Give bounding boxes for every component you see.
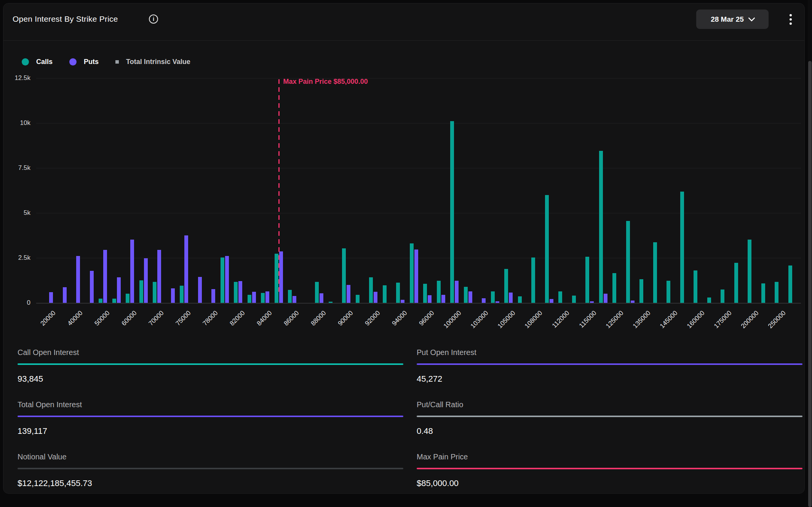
bar-put[interactable]: [374, 292, 377, 303]
bar-call[interactable]: [612, 273, 616, 303]
bar-put[interactable]: [265, 291, 269, 303]
bar-call[interactable]: [531, 257, 535, 303]
bar-call[interactable]: [396, 283, 400, 303]
bar-call[interactable]: [680, 192, 684, 303]
bar-put[interactable]: [455, 281, 459, 303]
bar-put[interactable]: [320, 293, 323, 303]
open-interest-card: Open Interest By Strike Price i 28 Mar 2…: [3, 3, 805, 494]
bar-call[interactable]: [329, 302, 332, 303]
bar-call[interactable]: [545, 195, 549, 303]
bar-call[interactable]: [342, 248, 346, 303]
scrollbar-thumb[interactable]: [808, 61, 812, 507]
expiry-date-dropdown[interactable]: 28 Mar 25: [696, 10, 769, 29]
bar-call[interactable]: [315, 282, 319, 303]
more-options-button[interactable]: [786, 12, 796, 27]
bar-call[interactable]: [99, 299, 102, 303]
bar-call[interactable]: [639, 279, 643, 303]
bar-put[interactable]: [414, 250, 418, 303]
stat-underline: [18, 468, 403, 469]
bar-call[interactable]: [423, 284, 427, 303]
info-icon[interactable]: i: [149, 14, 158, 24]
bar-put[interactable]: [211, 289, 215, 303]
bar-call[interactable]: [248, 295, 251, 303]
bar-call[interactable]: [572, 296, 576, 303]
legend-item-calls[interactable]: Calls: [22, 58, 53, 66]
bar-call[interactable]: [626, 221, 630, 303]
bar-put[interactable]: [63, 287, 67, 303]
bar-call[interactable]: [585, 257, 589, 303]
bar-put[interactable]: [225, 256, 229, 303]
bar-put[interactable]: [550, 299, 553, 303]
stat-value: $85,000.00: [417, 478, 802, 488]
bar-call[interactable]: [356, 295, 360, 303]
bar-call[interactable]: [288, 290, 292, 303]
bar-put[interactable]: [347, 285, 350, 303]
bar-call[interactable]: [139, 280, 143, 303]
bar-call[interactable]: [775, 282, 778, 303]
bar-put[interactable]: [184, 235, 188, 303]
bar-call[interactable]: [721, 289, 724, 303]
intrinsic-square-icon: [115, 60, 119, 64]
bar-call[interactable]: [694, 270, 697, 303]
bar-call[interactable]: [599, 151, 603, 303]
bar-call[interactable]: [761, 283, 765, 303]
bar-put[interactable]: [401, 300, 404, 303]
bar-put[interactable]: [130, 240, 134, 303]
bar-call[interactable]: [437, 281, 441, 303]
bar-call[interactable]: [234, 282, 238, 303]
page-title: Open Interest By Strike Price: [13, 14, 118, 24]
bar-put[interactable]: [631, 301, 635, 303]
bar-put[interactable]: [90, 271, 94, 303]
bar-call[interactable]: [261, 293, 265, 303]
bar-put[interactable]: [441, 295, 445, 303]
stat-label: Total Open Interest: [18, 400, 403, 409]
legend-calls-label: Calls: [36, 58, 53, 66]
bar-put[interactable]: [482, 298, 486, 303]
bar-call[interactable]: [464, 287, 468, 303]
bar-put[interactable]: [468, 291, 472, 303]
bar-call[interactable]: [707, 297, 711, 303]
bar-put[interactable]: [509, 293, 513, 303]
bar-put[interactable]: [293, 296, 296, 303]
bar-call[interactable]: [734, 263, 738, 303]
bar-call[interactable]: [653, 242, 657, 303]
stat-label: Put/Call Ratio: [417, 400, 802, 409]
bar-call[interactable]: [112, 299, 116, 303]
bar-call[interactable]: [558, 291, 562, 303]
bar-call[interactable]: [275, 254, 278, 303]
bar-call[interactable]: [383, 285, 387, 303]
bar-put[interactable]: [238, 281, 242, 303]
bar-put[interactable]: [496, 301, 499, 303]
bar-put[interactable]: [157, 250, 161, 303]
bar-put[interactable]: [144, 258, 148, 303]
bar-call[interactable]: [491, 291, 495, 303]
scrollbar-track[interactable]: [808, 0, 812, 507]
legend-puts-label: Puts: [84, 58, 99, 66]
bar-call[interactable]: [788, 265, 792, 303]
bar-call[interactable]: [748, 240, 751, 303]
bar-call[interactable]: [450, 121, 454, 303]
bar-call[interactable]: [126, 294, 129, 303]
bar-call[interactable]: [667, 281, 670, 303]
bar-put[interactable]: [428, 295, 432, 303]
bar-call[interactable]: [369, 277, 373, 303]
bar-put[interactable]: [252, 292, 256, 303]
bar-put[interactable]: [103, 250, 107, 303]
legend-item-intrinsic[interactable]: Total Intrinsic Value: [115, 58, 190, 66]
bar-call[interactable]: [153, 282, 157, 303]
bar-put[interactable]: [171, 288, 175, 303]
bar-call[interactable]: [180, 286, 184, 303]
bar-put[interactable]: [198, 277, 202, 303]
bar-put[interactable]: [117, 277, 121, 303]
bar-put[interactable]: [604, 294, 607, 303]
bar-put[interactable]: [279, 251, 283, 303]
stat-label: Max Pain Price: [417, 453, 802, 461]
bar-put[interactable]: [76, 256, 80, 303]
bar-put[interactable]: [49, 292, 53, 303]
bar-call[interactable]: [518, 296, 522, 303]
bar-put[interactable]: [590, 301, 594, 303]
bar-call[interactable]: [504, 269, 508, 303]
bar-call[interactable]: [410, 243, 414, 303]
bar-call[interactable]: [221, 257, 224, 303]
legend-item-puts[interactable]: Puts: [69, 58, 99, 66]
